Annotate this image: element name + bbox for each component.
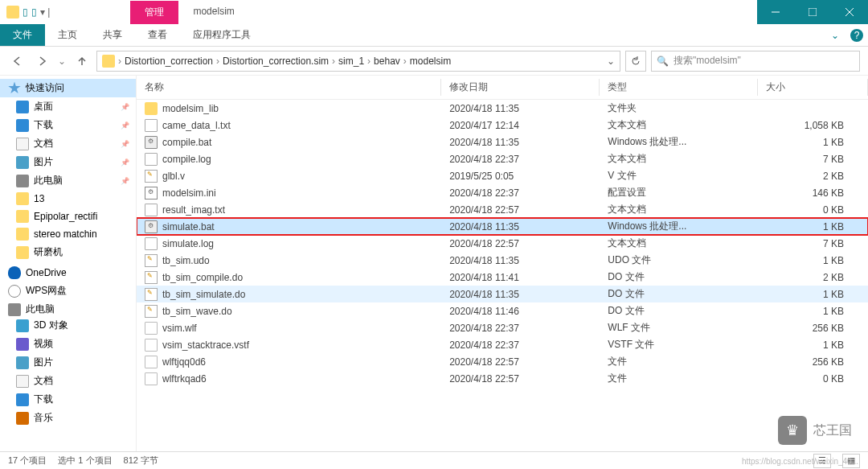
file-size: 256 KB — [758, 353, 868, 370]
breadcrumb-item[interactable]: modelsim — [410, 56, 451, 67]
table-row[interactable]: compile.log 2020/4/18 22:37 文本文档 7 KB — [137, 150, 868, 167]
table-row[interactable]: simulate.bat 2020/4/18 11:35 Windows 批处理… — [137, 218, 868, 235]
sidebar-item[interactable]: stereo matchin — [0, 225, 136, 243]
item-icon — [16, 319, 29, 332]
file-type: 文本文档 — [600, 201, 758, 218]
chevron-right-icon[interactable]: › — [332, 56, 335, 67]
column-header-size[interactable]: 大小 — [758, 76, 868, 100]
sidebar-item[interactable]: 研磨机 — [0, 243, 136, 261]
maximize-button[interactable] — [794, 0, 831, 24]
chevron-right-icon[interactable]: › — [403, 56, 407, 67]
column-header-type[interactable]: 类型 — [600, 76, 758, 100]
column-header-modified[interactable]: 修改日期 — [441, 76, 600, 100]
forward-button[interactable] — [32, 51, 51, 71]
sidebar-item[interactable]: 音乐 — [0, 409, 136, 427]
sidebar-label: 快速访问 — [26, 81, 64, 95]
table-row[interactable]: tb_sim_compile.do 2020/4/18 11:41 DO 文件 … — [137, 269, 868, 286]
close-button[interactable] — [831, 0, 868, 24]
chevron-right-icon[interactable]: › — [118, 56, 121, 67]
file-size: 7 KB — [758, 235, 868, 252]
sidebar-item[interactable]: 下载 — [0, 390, 136, 409]
table-row[interactable]: modelsim_lib 2020/4/18 11:35 文件夹 — [137, 100, 868, 117]
ribbon-tab-home[interactable]: 主页 — [45, 24, 90, 46]
titlebar: ▯ ▯ ▾ | 管理 modelsim — [0, 0, 868, 24]
file-type: 配置设置 — [600, 184, 758, 201]
sidebar-item[interactable]: 文档 — [0, 134, 136, 153]
sidebar-quick-access[interactable]: 快速访问 — [0, 79, 136, 97]
chevron-right-icon[interactable]: › — [367, 56, 371, 67]
wps-icon — [8, 285, 21, 298]
window-controls — [757, 0, 868, 24]
qat-dropdown[interactable]: ▾ | — [40, 6, 50, 18]
sidebar-item[interactable]: 视频 — [0, 335, 136, 353]
ribbon-tab-share[interactable]: 共享 — [90, 24, 135, 46]
recent-dropdown[interactable]: ⌄ — [56, 51, 68, 71]
item-icon — [16, 356, 29, 369]
qat-item[interactable]: ▯ — [31, 6, 37, 18]
file-modified: 2020/4/18 22:57 — [441, 235, 600, 252]
ribbon-tab-view[interactable]: 查看 — [135, 24, 180, 46]
ribbon-context-tab[interactable]: 管理 — [130, 1, 178, 24]
table-row[interactable]: result_imag.txt 2020/4/18 22:57 文本文档 0 K… — [137, 201, 868, 218]
sidebar-item[interactable]: Epipolar_rectifi — [0, 208, 136, 225]
sidebar-item[interactable]: 3D 对象 — [0, 316, 136, 335]
table-row[interactable]: vsim.wlf 2020/4/18 22:37 WLF 文件 256 KB — [137, 319, 868, 336]
sidebar-item[interactable]: 图片 — [0, 153, 136, 171]
breadcrumb[interactable]: › Distortion_correction › Distortion_cor… — [96, 51, 620, 72]
chevron-down-icon[interactable]: ⌄ — [607, 56, 615, 67]
ribbon-tab-apptools[interactable]: 应用程序工具 — [180, 24, 264, 46]
status-bytes: 812 字节 — [124, 455, 158, 467]
breadcrumb-item[interactable]: sim_1 — [338, 56, 364, 67]
sidebar-item[interactable]: 图片 — [0, 353, 136, 372]
ribbon-expand-button[interactable]: ⌄ — [825, 24, 845, 46]
table-row[interactable]: wlftjqq0d6 2020/4/18 22:57 文件 256 KB — [137, 353, 868, 370]
help-button[interactable]: ? — [850, 29, 863, 42]
table-row[interactable]: modelsim.ini 2020/4/18 22:37 配置设置 146 KB — [137, 184, 868, 201]
sidebar-label: OneDrive — [26, 267, 67, 278]
table-row[interactable]: tb_sim_simulate.do 2020/4/18 11:35 DO 文件… — [137, 286, 868, 302]
table-row[interactable]: tb_sim.udo 2020/4/18 11:35 UDO 文件 1 KB — [137, 252, 868, 269]
breadcrumb-item[interactable]: Distortion_correction.sim — [223, 56, 329, 67]
table-row[interactable]: tb_sim_wave.do 2020/4/18 11:46 DO 文件 1 K… — [137, 302, 868, 319]
chevron-right-icon[interactable]: › — [216, 56, 219, 67]
sidebar-item[interactable]: 文档 — [0, 372, 136, 390]
pc-icon — [8, 303, 21, 316]
table-row[interactable]: came_data_l.txt 2020/4/17 12:14 文本文档 1,0… — [137, 117, 868, 134]
column-header-name[interactable]: 名称 — [137, 76, 441, 100]
table-row[interactable]: wlftrkqad6 2020/4/18 22:57 文件 0 KB — [137, 370, 868, 387]
table-row[interactable]: vsim_stacktrace.vstf 2020/4/18 22:37 VST… — [137, 336, 868, 353]
sidebar-item[interactable]: 桌面 — [0, 97, 136, 116]
breadcrumb-item[interactable]: Distortion_correction — [125, 56, 213, 67]
folder-icon — [16, 156, 29, 169]
file-icon — [145, 220, 158, 233]
ribbon-tab-file[interactable]: 文件 — [0, 24, 45, 46]
table-row[interactable]: compile.bat 2020/4/18 11:35 Windows 批处理.… — [137, 134, 868, 150]
qat-item[interactable]: ▯ — [23, 6, 28, 18]
watermark-icon: ♛ — [778, 416, 807, 445]
file-name: wlftjqq0d6 — [162, 356, 206, 368]
folder-icon — [16, 138, 29, 150]
sidebar-wps[interactable]: WPS网盘 — [0, 284, 136, 298]
table-row[interactable]: simulate.log 2020/4/18 22:57 文本文档 7 KB — [137, 235, 868, 252]
file-type: DO 文件 — [600, 269, 758, 286]
file-name: glbl.v — [162, 171, 185, 182]
file-size: 146 KB — [758, 184, 868, 201]
status-selected: 选中 1 个项目 — [58, 455, 112, 467]
file-icon — [145, 204, 158, 216]
minimize-button[interactable] — [757, 0, 794, 24]
breadcrumb-item[interactable]: behav — [374, 56, 400, 67]
up-button[interactable] — [72, 51, 92, 71]
sidebar-onedrive[interactable]: OneDrive — [0, 266, 136, 279]
back-button[interactable] — [8, 51, 27, 71]
refresh-button[interactable] — [625, 51, 646, 72]
cloud-icon — [8, 266, 21, 279]
sidebar-this-pc[interactable]: 此电脑 — [0, 302, 136, 316]
table-row[interactable]: glbl.v 2019/5/25 0:05 V 文件 2 KB — [137, 167, 868, 184]
sidebar-item[interactable]: 13 — [0, 190, 136, 208]
folder-icon — [16, 119, 29, 132]
file-icon — [145, 254, 158, 267]
sidebar-item[interactable]: 此电脑 — [0, 171, 136, 190]
quick-access-toolbar: ▯ ▯ ▾ | — [0, 6, 50, 19]
search-input[interactable]: 🔍 搜索"modelsim" — [651, 51, 860, 72]
sidebar-item[interactable]: 下载 — [0, 116, 136, 134]
